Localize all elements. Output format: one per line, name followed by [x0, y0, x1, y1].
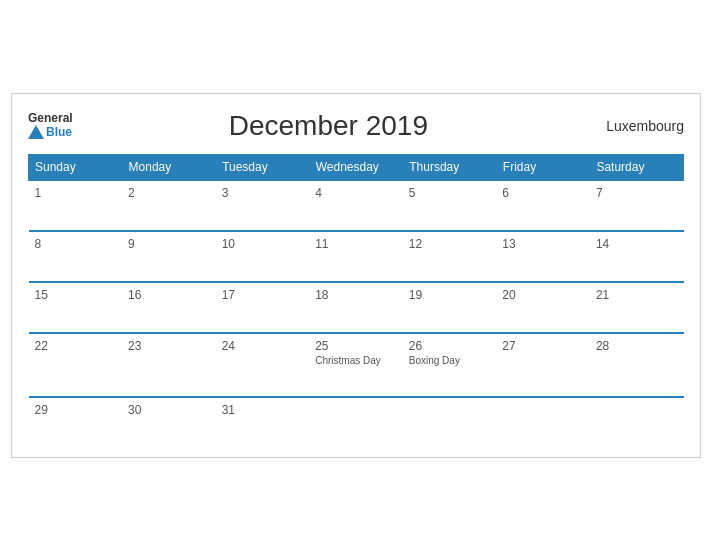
calendar-cell: 2	[122, 180, 216, 231]
day-number: 3	[222, 186, 304, 200]
day-number: 26	[409, 339, 491, 353]
logo-general: General	[28, 112, 73, 125]
weekday-header-sunday: Sunday	[29, 154, 123, 180]
calendar-cell: 30	[122, 397, 216, 447]
day-number: 29	[35, 403, 117, 417]
calendar-cell: 18	[309, 282, 403, 333]
day-number: 15	[35, 288, 117, 302]
calendar-cell	[496, 397, 590, 447]
week-row-5: 293031	[29, 397, 684, 447]
calendar-cell: 13	[496, 231, 590, 282]
calendar-cell: 24	[216, 333, 310, 397]
calendar-cell: 25Christmas Day	[309, 333, 403, 397]
calendar-cell: 1	[29, 180, 123, 231]
day-number: 8	[35, 237, 117, 251]
calendar-cell: 4	[309, 180, 403, 231]
day-number: 14	[596, 237, 678, 251]
day-number: 27	[502, 339, 584, 353]
country-label: Luxembourg	[584, 118, 684, 134]
calendar-cell: 19	[403, 282, 497, 333]
weekday-header-thursday: Thursday	[403, 154, 497, 180]
weekday-header-friday: Friday	[496, 154, 590, 180]
calendar-table: SundayMondayTuesdayWednesdayThursdayFrid…	[28, 154, 684, 447]
holiday-label: Boxing Day	[409, 355, 491, 366]
calendar-cell	[309, 397, 403, 447]
day-number: 9	[128, 237, 210, 251]
day-number: 17	[222, 288, 304, 302]
weekday-header-row: SundayMondayTuesdayWednesdayThursdayFrid…	[29, 154, 684, 180]
calendar-cell	[590, 397, 684, 447]
day-number: 11	[315, 237, 397, 251]
calendar-cell: 10	[216, 231, 310, 282]
calendar-cell: 16	[122, 282, 216, 333]
day-number: 6	[502, 186, 584, 200]
calendar-cell: 17	[216, 282, 310, 333]
calendar-cell: 15	[29, 282, 123, 333]
holiday-label: Christmas Day	[315, 355, 397, 366]
day-number: 2	[128, 186, 210, 200]
day-number: 21	[596, 288, 678, 302]
calendar-cell: 31	[216, 397, 310, 447]
logo-triangle-icon	[28, 125, 44, 139]
calendar-container: General Blue December 2019 Luxembourg Su…	[11, 93, 701, 458]
day-number: 4	[315, 186, 397, 200]
week-row-2: 891011121314	[29, 231, 684, 282]
day-number: 30	[128, 403, 210, 417]
day-number: 7	[596, 186, 678, 200]
week-row-3: 15161718192021	[29, 282, 684, 333]
weekday-header-wednesday: Wednesday	[309, 154, 403, 180]
day-number: 31	[222, 403, 304, 417]
week-row-4: 22232425Christmas Day26Boxing Day2728	[29, 333, 684, 397]
calendar-title: December 2019	[73, 110, 584, 142]
calendar-cell: 21	[590, 282, 684, 333]
day-number: 18	[315, 288, 397, 302]
calendar-cell: 8	[29, 231, 123, 282]
day-number: 23	[128, 339, 210, 353]
calendar-cell: 5	[403, 180, 497, 231]
calendar-cell: 23	[122, 333, 216, 397]
calendar-cell	[403, 397, 497, 447]
week-row-1: 1234567	[29, 180, 684, 231]
day-number: 5	[409, 186, 491, 200]
calendar-cell: 26Boxing Day	[403, 333, 497, 397]
calendar-cell: 28	[590, 333, 684, 397]
day-number: 13	[502, 237, 584, 251]
day-number: 22	[35, 339, 117, 353]
weekday-header-monday: Monday	[122, 154, 216, 180]
calendar-cell: 6	[496, 180, 590, 231]
weekday-header-saturday: Saturday	[590, 154, 684, 180]
calendar-cell: 14	[590, 231, 684, 282]
calendar-cell: 22	[29, 333, 123, 397]
day-number: 10	[222, 237, 304, 251]
weekday-header-tuesday: Tuesday	[216, 154, 310, 180]
day-number: 28	[596, 339, 678, 353]
calendar-cell: 3	[216, 180, 310, 231]
logo: General Blue	[28, 112, 73, 139]
calendar-cell: 27	[496, 333, 590, 397]
day-number: 19	[409, 288, 491, 302]
calendar-header: General Blue December 2019 Luxembourg	[28, 110, 684, 142]
day-number: 20	[502, 288, 584, 302]
calendar-cell: 29	[29, 397, 123, 447]
day-number: 16	[128, 288, 210, 302]
calendar-cell: 20	[496, 282, 590, 333]
day-number: 12	[409, 237, 491, 251]
calendar-cell: 11	[309, 231, 403, 282]
calendar-cell: 7	[590, 180, 684, 231]
logo-blue: Blue	[28, 125, 73, 139]
day-number: 25	[315, 339, 397, 353]
calendar-cell: 12	[403, 231, 497, 282]
day-number: 1	[35, 186, 117, 200]
calendar-cell: 9	[122, 231, 216, 282]
day-number: 24	[222, 339, 304, 353]
